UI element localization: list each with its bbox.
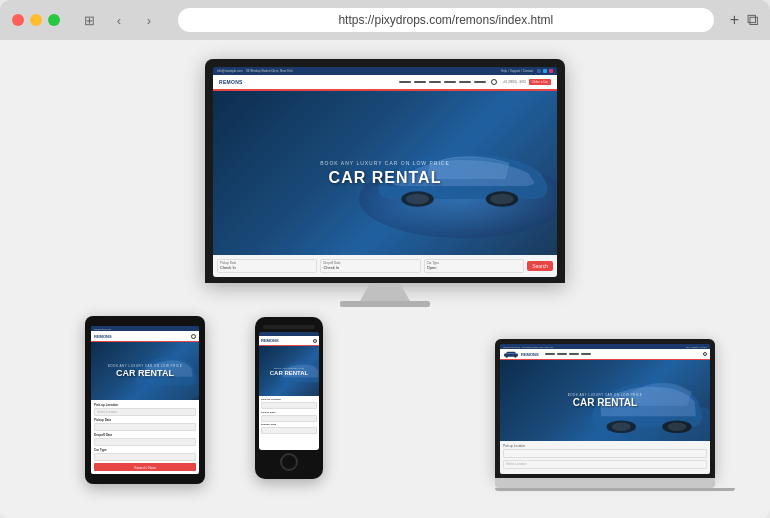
monitor-booking-bar: Pickup Date Check In Dropoff Date Check …: [213, 255, 557, 277]
laptop-nav-3: [569, 353, 579, 355]
pickup-date-field: Pickup Date Check In: [217, 259, 317, 273]
tablet-topbar-text: info@example.com: [94, 328, 111, 330]
forward-button[interactable]: ›: [136, 10, 162, 30]
tablet-screen: info@example.com REMONS: [91, 326, 199, 474]
tablet-navbar: REMONS: [91, 331, 199, 341]
tablet-cartype: [94, 453, 196, 461]
monitor-base: [340, 301, 430, 307]
browser-actions: + ⧉: [730, 11, 758, 29]
laptop-nav-1: [545, 353, 555, 355]
phone-navbar: REMONS: [259, 336, 319, 345]
laptop-hero-title: CAR RENTAL: [568, 397, 643, 408]
laptop-base: [495, 488, 735, 491]
tablet-form-title: Pick-up Location: [94, 403, 196, 407]
nav-item-contact: [474, 81, 486, 83]
duplicate-tab-button[interactable]: ⧉: [747, 11, 758, 29]
phone-form: Pick-up Location Pickup Date Dropoff Dat…: [259, 396, 319, 450]
topbar-links: Help / Support / Contact: [501, 69, 533, 73]
laptop-form-label: Pick-up Location: [503, 444, 707, 448]
monitor-navbar: REMONS +91 (980: [213, 75, 557, 89]
monitor-bezel: info@example.com 96 Windup Station Drive…: [205, 59, 565, 283]
tablet-search-icon: [191, 334, 196, 339]
phone-site-content: REMONS BOOK ANY LUXURY CAR: [259, 332, 319, 450]
tablet-search-btn: Search Now: [94, 463, 196, 471]
phone-device: REMONS BOOK ANY LUXURY CAR: [255, 317, 323, 479]
logo-text: REMONS: [219, 79, 243, 85]
phone-dropoff-label: Dropoff Date: [261, 423, 317, 426]
tablet-dropoff-label: Dropoff Date: [94, 433, 196, 437]
cta-button: Order a Car: [529, 79, 551, 85]
hero-title: CAR RENTAL: [320, 169, 450, 187]
tablet-pickup-date: [94, 423, 196, 431]
laptop-nav-2: [557, 353, 567, 355]
address-bar[interactable]: https://pixydrops.com/remons/index.html: [178, 8, 714, 32]
social-icons: [537, 69, 553, 73]
svg-point-16: [667, 423, 686, 431]
svg-point-14: [611, 423, 630, 431]
nav-item-pages: [429, 81, 441, 83]
tablet-dropoff-date: [94, 438, 196, 446]
laptop-hero: BOOK ANY LUXURY CAR ON LOW PRICE CAR REN…: [500, 360, 710, 441]
twitter-icon: [543, 69, 547, 73]
laptop-form: Pick-up Location Select Location: [500, 441, 710, 474]
nav-item-cars: [444, 81, 456, 83]
tablet-site-content: info@example.com REMONS: [91, 326, 199, 474]
phone-search-icon: [313, 339, 317, 343]
monitor-stand: [360, 283, 410, 301]
svg-point-10: [506, 355, 508, 357]
nav-item-home: [399, 81, 411, 83]
topbar-contact: info@example.com 96 Windup Station Drive…: [217, 69, 293, 73]
phone-form-title: Pick-up Location: [261, 398, 317, 401]
monitor-device: info@example.com 96 Windup Station Drive…: [205, 59, 565, 307]
tablet-hero-title: CAR RENTAL: [108, 368, 183, 378]
phone-bezel: REMONS BOOK ANY LUXURY CAR: [255, 317, 323, 479]
new-tab-button[interactable]: +: [730, 11, 739, 29]
instagram-icon: [549, 69, 553, 73]
phone-home-button: [280, 453, 298, 471]
tablet-hero: BOOK ANY LUXURY CAR ON LOW PRICE CAR REN…: [91, 342, 199, 400]
browser-window: ⊞ ‹ › https://pixydrops.com/remons/index…: [0, 0, 770, 518]
tablet-hero-text: BOOK ANY LUXURY CAR ON LOW PRICE CAR REN…: [108, 364, 183, 378]
phone-notch: [263, 325, 315, 329]
laptop-pickup-date: [503, 460, 707, 469]
titlebar: ⊞ ‹ › https://pixydrops.com/remons/index…: [0, 0, 770, 40]
svg-point-5: [406, 194, 429, 204]
laptop-screen: info@example.com 96 Windup Station Drive…: [500, 344, 710, 474]
phone-hero-title: CAR RENTAL: [270, 370, 309, 376]
dropoff-date-field: Dropoff Date Check In: [320, 259, 420, 273]
hero-subtitle: BOOK ANY LUXURY CAR ON LOW PRICE: [320, 160, 450, 166]
logo-area: REMONS: [219, 79, 235, 85]
back-button[interactable]: ‹: [106, 10, 132, 30]
tablet-form: Pick-up Location Select Location Pickup …: [91, 400, 199, 474]
laptop-device: info@example.com 96 Windup Station Drive…: [495, 339, 715, 491]
tablet-bezel: info@example.com REMONS: [85, 316, 205, 484]
traffic-lights: [12, 14, 60, 26]
tablet-device: info@example.com REMONS: [85, 316, 205, 484]
close-button[interactable]: [12, 14, 24, 26]
url-text: https://pixydrops.com/remons/index.html: [338, 13, 553, 27]
browser-content: info@example.com 96 Windup Station Drive…: [0, 40, 770, 518]
phone-pickup-date: [261, 415, 317, 422]
nav-item-blog: [459, 81, 471, 83]
site-topbar: info@example.com 96 Windup Station Drive…: [213, 67, 557, 75]
browser-controls: ⊞ ‹ ›: [76, 10, 162, 30]
tablet-pickup-location: Select Location: [94, 408, 196, 416]
tablet-pickup-label: Pickup Date: [94, 418, 196, 422]
monitor-site-content: info@example.com 96 Windup Station Drive…: [213, 67, 557, 277]
laptop-search-icon: [703, 352, 707, 356]
minimize-button[interactable]: [30, 14, 42, 26]
phone-pickup-label: Pickup Date: [261, 411, 317, 414]
laptop-lid: info@example.com 96 Windup Station Drive…: [495, 339, 715, 478]
phone-logo: REMONS: [261, 338, 279, 343]
phone-screen: REMONS BOOK ANY LUXURY CAR: [259, 332, 319, 450]
phone-dropoff-date: [261, 427, 317, 434]
search-icon: [491, 79, 497, 85]
maximize-button[interactable]: [48, 14, 60, 26]
laptop-logo-text: REMONS: [521, 352, 539, 357]
laptop-navbar: REMONS: [500, 349, 710, 359]
nav-items: +91 (9800) - 9655 Order a Car: [399, 79, 551, 85]
tab-switcher-button[interactable]: ⊞: [76, 10, 102, 30]
car-type-field: Car Type Open: [424, 259, 524, 273]
laptop-nav-items: [545, 353, 591, 355]
facebook-icon: [537, 69, 541, 73]
